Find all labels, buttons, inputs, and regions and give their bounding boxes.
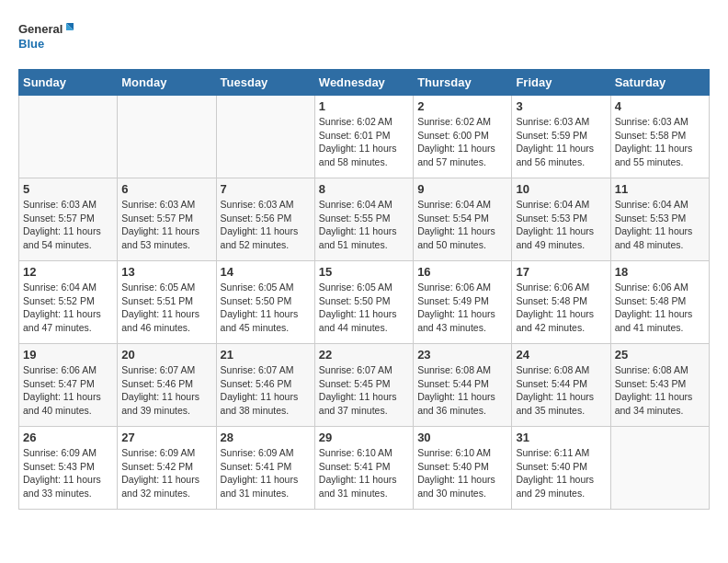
calendar-cell: 29Sunrise: 6:10 AMSunset: 5:41 PMDayligh… [314,427,413,510]
header-wednesday: Wednesday [314,70,413,96]
calendar-cell: 8Sunrise: 6:04 AMSunset: 5:55 PMDaylight… [314,178,413,261]
logo-svg: General Blue [18,18,74,60]
day-info: Sunrise: 6:08 AMSunset: 5:44 PMDaylight:… [516,363,606,418]
header-monday: Monday [118,70,216,96]
day-number: 11 [615,182,705,196]
day-number: 16 [417,265,507,279]
header-saturday: Saturday [610,70,709,96]
calendar-cell: 3Sunrise: 6:03 AMSunset: 5:59 PMDaylight… [512,96,610,178]
calendar-cell: 21Sunrise: 6:07 AMSunset: 5:46 PMDayligh… [216,344,314,427]
calendar-cell: 2Sunrise: 6:02 AMSunset: 6:00 PMDaylight… [414,96,512,178]
day-info: Sunrise: 6:11 AMSunset: 5:40 PMDaylight:… [516,446,606,500]
day-info: Sunrise: 6:10 AMSunset: 5:40 PMDaylight:… [417,446,507,500]
calendar-week-row: 12Sunrise: 6:04 AMSunset: 5:52 PMDayligh… [19,261,710,344]
day-number: 6 [121,182,211,196]
calendar-cell: 14Sunrise: 6:05 AMSunset: 5:50 PMDayligh… [216,261,314,344]
svg-text:Blue: Blue [18,37,44,51]
day-number: 9 [417,182,507,196]
day-info: Sunrise: 6:08 AMSunset: 5:44 PMDaylight:… [417,363,507,418]
day-number: 18 [615,265,705,279]
day-number: 2 [417,99,507,113]
day-number: 10 [516,182,606,196]
day-number: 3 [516,99,606,113]
day-number: 31 [516,431,606,444]
svg-text:General: General [18,22,63,36]
day-number: 30 [417,431,507,444]
calendar-cell: 26Sunrise: 6:09 AMSunset: 5:43 PMDayligh… [19,427,118,510]
calendar-cell: 4Sunrise: 6:03 AMSunset: 5:58 PMDaylight… [610,96,709,178]
day-info: Sunrise: 6:10 AMSunset: 5:41 PMDaylight:… [319,446,409,500]
calendar-cell: 9Sunrise: 6:04 AMSunset: 5:54 PMDaylight… [414,178,512,261]
calendar-cell [216,96,314,178]
calendar-cell: 23Sunrise: 6:08 AMSunset: 5:44 PMDayligh… [414,344,512,427]
day-number: 8 [319,182,409,196]
day-info: Sunrise: 6:03 AMSunset: 5:57 PMDaylight:… [121,198,211,252]
day-number: 26 [23,431,113,444]
day-info: Sunrise: 6:03 AMSunset: 5:57 PMDaylight:… [23,198,113,252]
calendar-cell: 1Sunrise: 6:02 AMSunset: 6:01 PMDaylight… [314,96,413,178]
day-number: 21 [221,348,311,362]
logo: General Blue [18,18,74,60]
day-info: Sunrise: 6:03 AMSunset: 5:56 PMDaylight:… [221,198,311,252]
header-friday: Friday [512,70,610,96]
day-info: Sunrise: 6:03 AMSunset: 5:58 PMDaylight:… [615,115,705,169]
calendar-cell [19,96,118,178]
day-info: Sunrise: 6:04 AMSunset: 5:52 PMDaylight:… [23,281,113,335]
day-info: Sunrise: 6:06 AMSunset: 5:49 PMDaylight:… [417,281,507,335]
day-number: 7 [221,182,311,196]
day-info: Sunrise: 6:05 AMSunset: 5:51 PMDaylight:… [121,281,211,335]
header-sunday: Sunday [19,70,118,96]
calendar-cell: 25Sunrise: 6:08 AMSunset: 5:43 PMDayligh… [610,344,709,427]
day-info: Sunrise: 6:04 AMSunset: 5:53 PMDaylight:… [516,198,606,252]
day-number: 12 [23,265,113,279]
day-info: Sunrise: 6:09 AMSunset: 5:42 PMDaylight:… [121,446,211,500]
day-info: Sunrise: 6:06 AMSunset: 5:48 PMDaylight:… [516,281,606,335]
day-number: 24 [516,348,606,362]
calendar-cell: 17Sunrise: 6:06 AMSunset: 5:48 PMDayligh… [512,261,610,344]
day-number: 5 [23,182,113,196]
calendar-week-row: 19Sunrise: 6:06 AMSunset: 5:47 PMDayligh… [19,344,710,427]
day-info: Sunrise: 6:06 AMSunset: 5:48 PMDaylight:… [615,281,705,335]
day-info: Sunrise: 6:07 AMSunset: 5:46 PMDaylight:… [221,363,311,418]
calendar-cell [118,96,216,178]
calendar-cell: 7Sunrise: 6:03 AMSunset: 5:56 PMDaylight… [216,178,314,261]
day-number: 15 [319,265,409,279]
day-info: Sunrise: 6:03 AMSunset: 5:59 PMDaylight:… [516,115,606,169]
day-number: 22 [319,348,409,362]
day-info: Sunrise: 6:09 AMSunset: 5:41 PMDaylight:… [221,446,311,500]
day-info: Sunrise: 6:02 AMSunset: 6:01 PMDaylight:… [319,115,409,169]
calendar-cell: 28Sunrise: 6:09 AMSunset: 5:41 PMDayligh… [216,427,314,510]
calendar-week-row: 1Sunrise: 6:02 AMSunset: 6:01 PMDaylight… [19,96,710,178]
calendar-week-row: 26Sunrise: 6:09 AMSunset: 5:43 PMDayligh… [19,427,710,510]
day-info: Sunrise: 6:06 AMSunset: 5:47 PMDaylight:… [23,363,113,418]
calendar-table: SundayMondayTuesdayWednesdayThursdayFrid… [18,69,710,510]
day-number: 4 [615,99,705,113]
calendar-cell: 19Sunrise: 6:06 AMSunset: 5:47 PMDayligh… [19,344,118,427]
calendar-cell: 13Sunrise: 6:05 AMSunset: 5:51 PMDayligh… [118,261,216,344]
calendar-cell: 24Sunrise: 6:08 AMSunset: 5:44 PMDayligh… [512,344,610,427]
calendar-cell: 15Sunrise: 6:05 AMSunset: 5:50 PMDayligh… [314,261,413,344]
day-number: 14 [221,265,311,279]
day-number: 28 [221,431,311,444]
calendar-cell: 22Sunrise: 6:07 AMSunset: 5:45 PMDayligh… [314,344,413,427]
calendar-week-row: 5Sunrise: 6:03 AMSunset: 5:57 PMDaylight… [19,178,710,261]
day-number: 23 [417,348,507,362]
calendar-cell: 6Sunrise: 6:03 AMSunset: 5:57 PMDaylight… [118,178,216,261]
calendar-cell: 16Sunrise: 6:06 AMSunset: 5:49 PMDayligh… [414,261,512,344]
calendar-cell: 18Sunrise: 6:06 AMSunset: 5:48 PMDayligh… [610,261,709,344]
calendar-cell: 31Sunrise: 6:11 AMSunset: 5:40 PMDayligh… [512,427,610,510]
day-number: 13 [121,265,211,279]
calendar-cell: 11Sunrise: 6:04 AMSunset: 5:53 PMDayligh… [610,178,709,261]
page-header: General Blue [18,18,710,60]
day-info: Sunrise: 6:04 AMSunset: 5:53 PMDaylight:… [615,198,705,252]
calendar-cell: 5Sunrise: 6:03 AMSunset: 5:57 PMDaylight… [19,178,118,261]
day-info: Sunrise: 6:08 AMSunset: 5:43 PMDaylight:… [615,363,705,418]
day-number: 27 [121,431,211,444]
day-info: Sunrise: 6:05 AMSunset: 5:50 PMDaylight:… [221,281,311,335]
calendar-header-row: SundayMondayTuesdayWednesdayThursdayFrid… [19,70,710,96]
day-info: Sunrise: 6:09 AMSunset: 5:43 PMDaylight:… [23,446,113,500]
day-info: Sunrise: 6:04 AMSunset: 5:54 PMDaylight:… [417,198,507,252]
day-info: Sunrise: 6:02 AMSunset: 6:00 PMDaylight:… [417,115,507,169]
calendar-cell: 30Sunrise: 6:10 AMSunset: 5:40 PMDayligh… [414,427,512,510]
day-number: 17 [516,265,606,279]
